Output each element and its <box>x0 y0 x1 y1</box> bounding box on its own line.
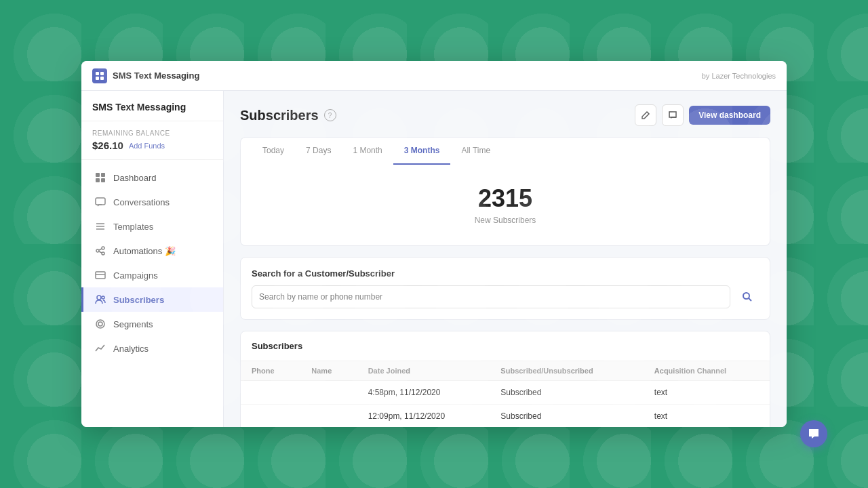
sidebar-item-analytics[interactable]: Analytics <box>81 336 223 361</box>
cell-phone <box>241 405 300 428</box>
svg-rect-6 <box>96 178 100 182</box>
cell-dateJoined: 4:58pm, 11/12/2020 <box>357 381 490 405</box>
svg-point-21 <box>96 320 104 328</box>
help-icon[interactable]: ? <box>324 109 336 121</box>
balance-amount: $26.10 <box>92 140 123 151</box>
stats-label: New Subscribers <box>261 216 749 225</box>
cell-phone <box>241 381 300 405</box>
cell-status: Subscribed <box>490 405 643 428</box>
sidebar-item-conversations[interactable]: Conversations <box>81 190 223 214</box>
logo-icon <box>92 68 107 83</box>
chat-fab[interactable] <box>800 420 827 447</box>
edit-button[interactable] <box>635 104 656 126</box>
message-button[interactable] <box>662 104 684 126</box>
table-body: 4:58pm, 11/12/2020Subscribedtext12:09pm,… <box>241 381 770 428</box>
cell-channel: text <box>644 405 770 428</box>
sidebar: SMS Text Messaging Remaining Balance $26… <box>81 91 224 427</box>
svg-rect-8 <box>96 198 105 205</box>
svg-rect-1 <box>100 72 104 75</box>
sidebar-item-label: Subscribers <box>113 295 164 305</box>
col-header-name: Name <box>300 361 357 381</box>
svg-rect-5 <box>101 173 105 177</box>
header-actions: View dashboard <box>635 104 770 126</box>
tab-today[interactable]: Today <box>252 138 295 165</box>
cell-channel: text <box>644 381 770 405</box>
sidebar-nav: Dashboard Conversations Templates Automa… <box>81 160 223 366</box>
col-header-acquisition channel: Acquisition Channel <box>644 361 770 381</box>
tab-7days[interactable]: 7 Days <box>295 138 342 165</box>
campaigns-icon <box>94 269 106 281</box>
balance-section: Remaining Balance $26.10 Add Funds <box>81 121 223 160</box>
main-content: Subscribers ? View da <box>224 91 787 427</box>
search-section: Search for a Customer/Subscriber <box>240 257 770 320</box>
sidebar-item-label: Automations 🎉 <box>113 246 176 256</box>
subscribers-section-title: Subscribers <box>241 331 770 361</box>
page-title: Subscribers <box>240 108 319 123</box>
sidebar-item-templates[interactable]: Templates <box>81 214 223 239</box>
sidebar-item-automations[interactable]: Automations 🎉 <box>81 239 223 263</box>
dashboard-icon <box>94 171 106 184</box>
app-name: SMS Text Messaging <box>113 70 199 81</box>
add-funds-link[interactable]: Add Funds <box>129 142 165 150</box>
segments-icon <box>94 318 106 330</box>
svg-rect-2 <box>96 77 99 80</box>
cell-name <box>300 381 357 405</box>
search-button[interactable] <box>736 285 759 308</box>
content-header: Subscribers ? View da <box>240 104 770 126</box>
sidebar-item-label: Segments <box>113 319 153 329</box>
view-dashboard-button[interactable]: View dashboard <box>689 106 770 125</box>
col-header-date joined: Date Joined <box>357 361 490 381</box>
svg-point-22 <box>98 322 102 326</box>
svg-point-20 <box>102 296 104 299</box>
conversations-icon <box>94 196 106 208</box>
subscribers-table: PhoneNameDate JoinedSubscribed/Unsubscri… <box>241 361 770 427</box>
sidebar-item-segments[interactable]: Segments <box>81 312 223 336</box>
svg-point-12 <box>96 249 99 252</box>
svg-point-14 <box>102 252 104 255</box>
tab-3months[interactable]: 3 Months <box>393 138 451 165</box>
title-row: Subscribers ? <box>240 108 336 123</box>
sidebar-item-campaigns[interactable]: Campaigns <box>81 263 223 287</box>
table-row: 4:58pm, 11/12/2020Subscribedtext <box>241 381 770 405</box>
top-bar: SMS Text Messaging by Lazer Technologies <box>81 61 787 91</box>
sidebar-item-label: Campaigns <box>113 270 158 281</box>
svg-rect-0 <box>96 72 99 75</box>
tab-alltime[interactable]: All Time <box>450 138 501 165</box>
table-header-row: PhoneNameDate JoinedSubscribed/Unsubscri… <box>241 361 770 381</box>
svg-rect-7 <box>101 178 105 182</box>
automations-icon <box>94 245 106 257</box>
stats-number: 2315 <box>261 184 749 213</box>
sidebar-item-label: Conversations <box>113 197 170 207</box>
sidebar-item-label: Templates <box>113 222 153 232</box>
col-header-subscribed-unsubscribed: Subscribed/Unsubscribed <box>490 361 643 381</box>
cell-status: Subscribed <box>490 381 643 405</box>
cell-name <box>300 405 357 428</box>
svg-line-15 <box>99 249 102 250</box>
sidebar-item-label: Analytics <box>113 344 149 354</box>
templates-icon <box>94 220 106 232</box>
time-tabs: Today7 Days1 Month3 MonthsAll Time <box>240 137 770 164</box>
tab-1month[interactable]: 1 Month <box>342 138 393 165</box>
stats-card: 2315 New Subscribers <box>240 164 770 246</box>
svg-point-13 <box>102 247 104 249</box>
table-row: 12:09pm, 11/12/2020Subscribedtext <box>241 405 770 428</box>
svg-line-16 <box>99 251 102 253</box>
analytics-icon <box>94 342 106 354</box>
logo: SMS Text Messaging <box>92 68 199 83</box>
svg-rect-17 <box>96 272 105 279</box>
cell-dateJoined: 12:09pm, 11/12/2020 <box>357 405 490 428</box>
search-input[interactable] <box>252 285 730 308</box>
subscribers-icon <box>94 293 106 306</box>
sidebar-item-label: Dashboard <box>113 173 157 183</box>
col-header-phone: Phone <box>241 361 300 381</box>
balance-label: Remaining Balance <box>92 129 212 137</box>
sidebar-item-dashboard[interactable]: Dashboard <box>81 165 223 190</box>
search-title: Search for a Customer/Subscriber <box>252 268 759 279</box>
svg-rect-4 <box>96 173 100 177</box>
svg-rect-3 <box>100 77 104 80</box>
sidebar-app-title: SMS Text Messaging <box>81 91 223 121</box>
svg-point-23 <box>743 293 749 299</box>
svg-point-19 <box>97 296 101 300</box>
credit-text: by Lazer Technologies <box>702 72 776 80</box>
sidebar-item-subscribers[interactable]: Subscribers <box>81 287 223 312</box>
